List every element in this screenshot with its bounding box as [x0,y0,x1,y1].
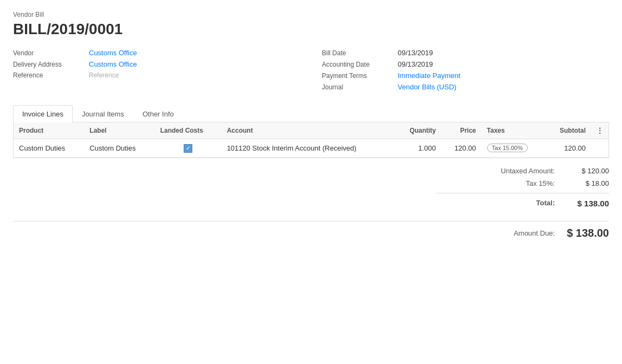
cell-subtotal: 120.00 [546,139,591,158]
tab-journal-items[interactable]: Journal Items [73,105,133,122]
untaxed-amount-row: Untaxed Amount: $ 120.00 [436,165,609,177]
cell-product[interactable]: Custom Duties [14,139,84,158]
cell-landed-costs[interactable] [155,139,222,158]
reference-input[interactable]: Reference [89,72,119,79]
tax-row: Tax 15%: $ 18.00 [436,177,609,190]
totals-table: Untaxed Amount: $ 120.00 Tax 15%: $ 18.0… [436,165,609,210]
cell-price[interactable]: 120.00 [442,139,482,158]
reference-field-row: Reference Reference [13,72,300,79]
vendor-field-row: Vendor Customs Office [13,49,300,57]
totals-divider [436,193,609,193]
col-header-subtotal: Subtotal [546,122,591,139]
tab-other-info[interactable]: Other Info [133,105,183,122]
col-header-quantity: Quantity [396,122,442,139]
amount-due-label: Amount Due: [436,229,566,237]
amount-due-value: $ 138.00 [566,227,609,239]
table-header-row: Product Label Landed Costs Account Quant… [14,122,608,139]
col-header-taxes: Taxes [482,122,546,139]
totals-section: Untaxed Amount: $ 120.00 Tax 15%: $ 18.0… [13,158,609,217]
accounting-date-label: Accounting Date [322,61,398,68]
tab-invoice-lines[interactable]: Invoice Lines [13,105,73,122]
amount-due-inner: Amount Due: $ 138.00 [436,227,609,239]
delivery-address-field-row: Delivery Address Customs Office [13,60,300,68]
untaxed-amount-value: $ 120.00 [566,167,609,175]
amount-due-section: Amount Due: $ 138.00 [13,221,609,245]
delivery-address-label: Delivery Address [13,61,89,68]
col-header-price: Price [442,122,482,139]
total-label: Total: [436,199,566,208]
reference-label: Reference [13,72,89,79]
bill-date-field-row: Bill Date 09/13/2019 [322,49,609,57]
bill-date-value[interactable]: 09/13/2019 [398,49,433,57]
form-left: Vendor Customs Office Delivery Address C… [13,49,300,94]
delivery-address-value[interactable]: Customs Office [89,60,137,68]
invoice-lines-table-container: Product Label Landed Costs Account Quant… [13,122,609,158]
cell-account[interactable]: 101120 Stock Interim Account (Received) [222,139,396,158]
bill-number: BILL/2019/0001 [13,21,609,38]
vendor-label: Vendor [13,49,89,57]
accounting-date-field-row: Accounting Date 09/13/2019 [322,60,609,68]
accounting-date-value[interactable]: 09/13/2019 [398,60,433,68]
col-header-label: Label [84,122,154,139]
payment-terms-field-row: Payment Terms Immediate Payment [322,72,609,80]
cell-label[interactable]: Custom Duties [84,139,154,158]
cell-options [591,139,608,158]
table-row: Custom Duties Custom Duties 101120 Stock… [14,139,608,158]
col-header-account: Account [222,122,396,139]
total-row: Total: $ 138.00 [436,197,609,210]
col-header-landed-costs: Landed Costs [155,122,222,139]
col-header-options[interactable]: ⋮ [591,122,608,139]
journal-field-row: Journal Vendor Bills (USD) [322,83,609,91]
vendor-bill-label: Vendor Bill [13,11,609,18]
tax-badge[interactable]: Tax 15.00% [487,144,528,152]
cell-taxes[interactable]: Tax 15.00% [482,139,546,158]
payment-terms-label: Payment Terms [322,72,398,80]
cell-quantity[interactable]: 1.000 [396,139,442,158]
bill-date-label: Bill Date [322,49,398,57]
form-right: Bill Date 09/13/2019 Accounting Date 09/… [322,49,609,94]
total-value: $ 138.00 [566,199,609,208]
vendor-value[interactable]: Customs Office [89,49,137,57]
vendor-bill-page: Vendor Bill BILL/2019/0001 Vendor Custom… [0,0,622,364]
invoice-lines-table: Product Label Landed Costs Account Quant… [14,122,608,158]
tabs: Invoice Lines Journal Items Other Info [13,105,609,122]
form-fields: Vendor Customs Office Delivery Address C… [13,49,609,94]
col-header-product: Product [14,122,84,139]
tax-value: $ 18.00 [566,179,609,187]
tax-label: Tax 15%: [436,179,566,187]
untaxed-amount-label: Untaxed Amount: [436,167,566,175]
journal-label: Journal [322,83,398,91]
payment-terms-value[interactable]: Immediate Payment [398,72,461,80]
journal-value[interactable]: Vendor Bills (USD) [398,83,456,91]
landed-costs-checkbox[interactable] [184,144,192,153]
